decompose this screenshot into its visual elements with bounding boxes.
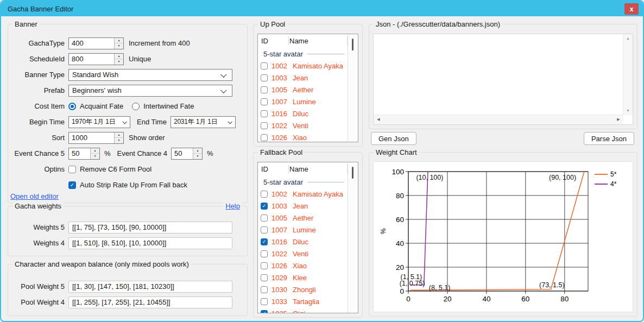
row-checkbox[interactable]	[261, 214, 268, 222]
titlebar[interactable]: Gacha Banner Editor x	[1, 1, 643, 16]
weights-5-row: Weights 5 [[1, 75], [73, 150], [90, 1000…	[8, 219, 243, 235]
json-horizontal-scrollbar[interactable]: ◀ ▶	[374, 115, 623, 124]
row-checkbox[interactable]	[261, 298, 268, 305]
scrollbar-thumb[interactable]	[352, 39, 353, 50]
pool-row[interactable]: 1003 Jean	[258, 200, 358, 212]
chevron-down-icon	[220, 87, 226, 93]
row-checkbox[interactable]	[261, 74, 268, 81]
end-time-picker[interactable]: 2031年 1月 1日	[171, 116, 236, 128]
close-button[interactable]: x	[624, 3, 639, 15]
pool-row[interactable]: 1016 Diluc	[258, 236, 358, 248]
weights-5-input[interactable]: [[1, 75], [73, 150], [90, 10000]]	[68, 222, 232, 233]
spin-down-button[interactable]: ▼	[193, 154, 202, 159]
spin-up-button[interactable]: ▲	[115, 132, 123, 138]
up-pool-scrollbar[interactable]	[348, 34, 358, 142]
scrollbar-thumb[interactable]	[352, 167, 353, 179]
event-chance-4-input[interactable]: 50 ▲ ▼	[171, 148, 203, 160]
pool-row[interactable]: 1026 Xiao	[258, 260, 358, 272]
svg-text:80: 80	[396, 192, 404, 200]
spin-down-button[interactable]: ▼	[91, 154, 99, 159]
sort-input[interactable]: 1000 ▲ ▼	[68, 132, 124, 144]
row-checkbox[interactable]	[261, 238, 268, 245]
pool-weight-4-input[interactable]: [[1, 255], [17, 255], [21, 10455]]	[68, 296, 232, 308]
spin-down-button[interactable]: ▼	[115, 43, 123, 49]
fallback-pool-scrollbar[interactable]	[348, 162, 358, 313]
weights-4-label: Weights 4	[8, 239, 65, 247]
pool-row[interactable]: 1016 Diluc	[258, 108, 358, 119]
spin-up-button[interactable]: ▲	[91, 148, 99, 154]
column-header-id[interactable]: ID	[258, 165, 285, 173]
column-divider	[288, 165, 289, 174]
row-checkbox[interactable]	[261, 310, 268, 314]
begin-time-picker[interactable]: 1970年 1月 1日	[68, 116, 130, 128]
row-id: 1007	[272, 226, 292, 234]
pool-row[interactable]: 1022 Venti	[258, 248, 358, 260]
svg-text:80: 80	[560, 295, 569, 303]
spin-up-button[interactable]: ▲	[115, 38, 123, 44]
acquaint-fate-radio[interactable]: Acquaint Fate	[68, 102, 123, 110]
pool-row[interactable]: 1035 Qiqi	[258, 307, 358, 313]
pool-row[interactable]: 1003 Jean	[258, 72, 358, 84]
parse-json-button[interactable]: Parse Json	[584, 132, 634, 145]
scroll-right-icon[interactable]: ▶	[615, 115, 622, 124]
pool-row[interactable]: 1002 Kamisato Ayaka	[258, 188, 358, 200]
pool-row[interactable]: 1005 Aether	[258, 84, 358, 96]
sort-label: Sort	[8, 134, 65, 142]
row-checkbox[interactable]	[261, 191, 268, 198]
pool-row[interactable]: 1005 Aether	[258, 212, 358, 224]
spin-up-button[interactable]: ▲	[115, 54, 123, 60]
spin-up-button[interactable]: ▲	[193, 148, 202, 154]
row-checkbox[interactable]	[261, 62, 268, 70]
section-label: 5-star avatar	[263, 50, 303, 58]
column-header-id[interactable]: ID	[258, 37, 285, 45]
pool-row[interactable]: 1030 Zhongli	[258, 283, 358, 295]
pool-row[interactable]: 1022 Venti	[258, 119, 358, 131]
spin-up-icon: ▲	[118, 55, 121, 58]
gacha-type-input[interactable]: 400 ▲ ▼	[68, 37, 124, 49]
row-checkbox[interactable]	[261, 122, 268, 129]
row-id: 1003	[272, 74, 292, 82]
remove-c6-checkbox[interactable]: Remove C6 Form Pool	[68, 165, 151, 173]
intertwined-fate-radio[interactable]: Intertwined Fate	[132, 102, 194, 110]
row-checkbox[interactable]	[261, 98, 268, 105]
scroll-up-icon[interactable]: ▲	[623, 35, 633, 42]
spin-down-icon: ▼	[94, 155, 97, 157]
scroll-left-icon[interactable]: ◀	[375, 115, 382, 124]
row-checkbox[interactable]	[261, 274, 268, 281]
pool-row[interactable]: 1033 Tartaglia	[258, 295, 358, 307]
row-checkbox[interactable]	[261, 286, 268, 293]
event-chance-5-input[interactable]: 50 ▲ ▼	[68, 148, 100, 160]
row-id: 1007	[272, 98, 292, 106]
banner-type-select[interactable]: Standard Wish	[68, 69, 232, 81]
spin-down-button[interactable]: ▼	[115, 138, 123, 143]
pool-row[interactable]: 1007 Lumine	[258, 96, 358, 108]
open-old-editor-link[interactable]: Open old editor	[10, 192, 59, 200]
svg-text:(8, 5.1): (8, 5.1)	[429, 284, 451, 292]
json-vertical-scrollbar[interactable]: ▲ ▼	[623, 34, 633, 115]
pool-row[interactable]: 1026 Xiao	[258, 131, 358, 142]
pool-row[interactable]: 1002 Kamisato Ayaka	[258, 60, 358, 72]
schedule-id-input[interactable]: 800 ▲ ▼	[68, 53, 124, 65]
spin-down-button[interactable]: ▼	[115, 59, 123, 65]
row-checkbox[interactable]	[261, 203, 268, 210]
weight-chart-title: Weight Chart	[374, 148, 419, 156]
scroll-down-icon[interactable]: ▼	[623, 107, 633, 115]
row-checkbox[interactable]	[261, 110, 268, 117]
weights-4-input[interactable]: [[1, 510], [8, 510], [10, 10000]]	[68, 237, 232, 249]
begin-time-value: 1970年 1月 1日	[69, 117, 123, 127]
prefab-select[interactable]: Beginners' wish	[68, 85, 232, 97]
end-time-value: 2031年 1月 1日	[171, 117, 228, 127]
pool-row[interactable]: 1007 Lumine	[258, 224, 358, 236]
gen-json-button[interactable]: Gen Json	[371, 132, 416, 145]
row-checkbox[interactable]	[261, 86, 268, 93]
pool-weight-5-input[interactable]: [[1, 30], [147, 150], [181, 10230]]	[68, 281, 232, 293]
auto-strip-checkbox[interactable]: Auto Strip Rate Up From Fall back	[68, 181, 187, 189]
optins-row-2: Auto Strip Rate Up From Fall back	[8, 177, 243, 193]
row-checkbox[interactable]	[261, 262, 268, 269]
pool-row[interactable]: 1029 Klee	[258, 272, 358, 283]
row-checkbox[interactable]	[261, 226, 268, 233]
pool-weight-5-label: Pool Weight 5	[8, 282, 65, 291]
row-checkbox[interactable]	[261, 134, 268, 141]
json-textarea[interactable]: ▲ ▼ ◀ ▶	[373, 34, 633, 125]
row-checkbox[interactable]	[261, 250, 268, 257]
